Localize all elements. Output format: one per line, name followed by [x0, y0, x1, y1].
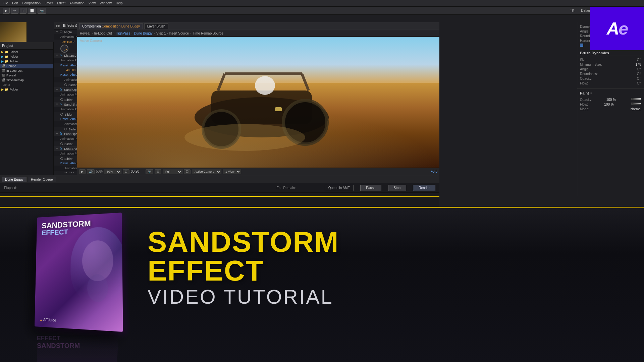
project-item-comp1[interactable]: 🎬 Compe — [0, 64, 53, 68]
box-face-shape — [77, 233, 119, 303]
size-dyn-row: Size: Off — [580, 57, 641, 62]
breadcrumb-reveal[interactable]: Reveal — [80, 32, 90, 35]
reset-sand-sh2[interactable]: Reset — [60, 117, 68, 121]
comp-tab-dune-buggy[interactable]: Composition Composition Dune Buggy — [79, 23, 143, 29]
breadcrumb-step1[interactable]: Step 1 - Insert Source — [156, 32, 189, 35]
vc-render-mode[interactable]: FullHalfQuarter — [163, 169, 182, 174]
dust-sh-circle — [60, 157, 63, 160]
menu-view[interactable]: View — [89, 1, 96, 5]
sub-circle3 — [64, 172, 67, 173]
spacing-checkbox[interactable] — [580, 44, 583, 47]
svg-point-11 — [87, 274, 108, 302]
folder-name-4: Folder — [10, 88, 18, 91]
comp-icon-3: 🎬 — [1, 74, 5, 77]
promo-subtitle: VIDEO TUTORIAL — [148, 285, 449, 309]
tl-tab-render-label: Render Queue — [31, 178, 53, 181]
vc-zoom-select[interactable]: 50%100%25% — [104, 169, 121, 174]
paint-mode-label: Mode: — [580, 107, 589, 111]
breadcrumb-dune-buggy[interactable]: Dune Buggy — [134, 32, 152, 35]
toolbar-text[interactable]: T — [20, 8, 26, 14]
reset-dist[interactable]: Reset — [60, 64, 68, 67]
project-item-comp2[interactable]: 🎬 In-Loop-Out — [0, 68, 53, 73]
project-panel: Project ▶ 📁 Folder ▶ 📁 Folder ▶ 📁 Folder… — [0, 42, 54, 193]
menu-window[interactable]: Window — [100, 1, 112, 5]
elapsed-field: Elapsed: — [4, 186, 46, 190]
project-item-folder1[interactable]: ▶ 📁 Folder — [0, 50, 53, 54]
comp-name-dune-buggy: Composition Dune Buggy — [102, 24, 140, 28]
pause-button[interactable]: Pause — [360, 185, 381, 191]
angle-value: 0x+150.0° — [60, 40, 75, 44]
project-item-comp3[interactable]: 🎬 Reveal — [0, 73, 53, 78]
tl-tab-render-queue[interactable]: Render Queue — [28, 177, 56, 182]
angle-dial[interactable] — [60, 45, 68, 53]
project-item-folder4[interactable]: ▶ 📁 Folder — [0, 87, 53, 92]
vc-layer-toggle[interactable]: ☐ — [184, 169, 191, 174]
menu-composition[interactable]: Composition — [22, 1, 41, 5]
project-item-folder2[interactable]: ▶ 📁 Folder — [0, 54, 53, 59]
menu-animation[interactable]: Animation — [69, 1, 84, 5]
reset-dist2[interactable]: Reset — [60, 73, 68, 76]
vc-camera-select[interactable]: Active Camera — [192, 169, 221, 174]
comp-icon-1: 🎬 — [1, 64, 5, 68]
vc-play[interactable]: ▶ — [79, 169, 86, 174]
brush-dynamics-section: Size: Off Minimum Size: 1 % Angle: Off R… — [577, 56, 644, 87]
paint-flow-slider[interactable] — [631, 103, 641, 105]
vc-view-select[interactable]: 1 View — [223, 169, 241, 174]
menu-effect[interactable]: Effect — [57, 1, 65, 5]
menu-edit[interactable]: Edit — [12, 1, 18, 5]
toolbar-camera[interactable]: 📷 — [38, 8, 46, 14]
box-content: SANDSTORM EFFECT ▲ AEJuice — [35, 213, 123, 332]
toolbar-shape[interactable]: ⬜ — [28, 8, 36, 14]
paint-flow-row: Flow: 100 % — [580, 102, 641, 107]
vc-offset: +0.0 — [431, 170, 437, 173]
breadcrumb-inloopout[interactable]: In-Loop-Out — [94, 32, 112, 35]
ae-logo-text: Ae — [607, 18, 628, 39]
workspace-tab-tk[interactable]: TK — [567, 8, 577, 13]
stop-button[interactable]: Stop — [388, 185, 407, 191]
menu-file[interactable]: File — [3, 1, 8, 5]
comp-name-3: Reveal — [6, 74, 16, 77]
queue-ame-button[interactable]: Queue in AME — [325, 185, 354, 191]
comp-header: Composition Composition Dune Buggy Layer… — [77, 22, 439, 30]
vc-audio[interactable]: 🔊 — [87, 169, 95, 174]
paint-section-header: Paint ≡ — [577, 90, 644, 97]
menu-layer[interactable]: Layer — [45, 1, 53, 5]
product-box-container: SANDSTORM EFFECT ▲ AEJuice SANDSTORM — [34, 214, 141, 355]
ae-logo-e: e — [619, 19, 628, 38]
opacity-dyn-row: Opacity: Off — [580, 76, 641, 81]
svg-line-3 — [302, 74, 309, 90]
promo-overlay: SANDSTORM EFFECT ▲ AEJuice SANDSTORM — [0, 207, 644, 362]
yellow-accent-line — [0, 207, 644, 208]
angle-dyn-row: Angle: Off — [580, 67, 641, 71]
size-dyn-label: Size: — [580, 58, 587, 62]
toolbar-select[interactable]: ▶ — [3, 8, 10, 14]
render-button[interactable]: Render — [413, 185, 435, 191]
vc-grid[interactable]: ⊞ — [155, 169, 161, 174]
vc-camera-icon[interactable]: 📷 — [146, 169, 153, 174]
toolbar-pen[interactable]: ✏ — [11, 8, 18, 14]
svg-rect-9 — [275, 107, 282, 111]
breadcrumb-timeremap[interactable]: Time Remap Source — [193, 32, 223, 35]
comp-tab-layer-brush[interactable]: Layer Brush — [144, 23, 168, 29]
comp-tab-layer-label: Layer Brush — [147, 24, 165, 28]
paint-menu-icon[interactable]: ≡ — [590, 92, 592, 95]
comp-name-1: Compe — [6, 64, 16, 68]
timeline-playhead-line — [0, 196, 439, 197]
paint-mode-value: Normal — [631, 107, 641, 111]
folder-icon-teal1: ▶ 📁 — [1, 55, 8, 58]
menu-help[interactable]: Help — [116, 1, 123, 5]
project-item-folder3[interactable]: ▶ 📁 Folder — [0, 59, 53, 64]
reset-dust-sh2[interactable]: Reset — [60, 162, 68, 165]
breadcrumb-highpass[interactable]: HighPass — [116, 32, 130, 35]
est-remain-field: Est. Remain: — [277, 186, 318, 190]
angle-dyn-label: Angle: — [580, 67, 589, 71]
toolbar: ▶ ✏ T ⬜ 📷 TK Default Standard Small Scre… — [0, 7, 644, 15]
tl-tab-dune-buggy[interactable]: Dune Buggy — [2, 177, 26, 182]
timeline-area: Dune Buggy Render Queue Elapsed: Est. Re… — [0, 175, 439, 207]
comp-icon-4: 🎬 — [1, 78, 5, 82]
vc-fit[interactable]: ⊡ — [123, 169, 129, 174]
timeline-track-area — [0, 192, 439, 206]
paint-opacity-slider[interactable] — [631, 98, 641, 100]
effects-panel-expand[interactable]: ▶▶ — [56, 24, 60, 27]
project-item-comp4[interactable]: 🎬 Time-Remap — [0, 78, 53, 82]
